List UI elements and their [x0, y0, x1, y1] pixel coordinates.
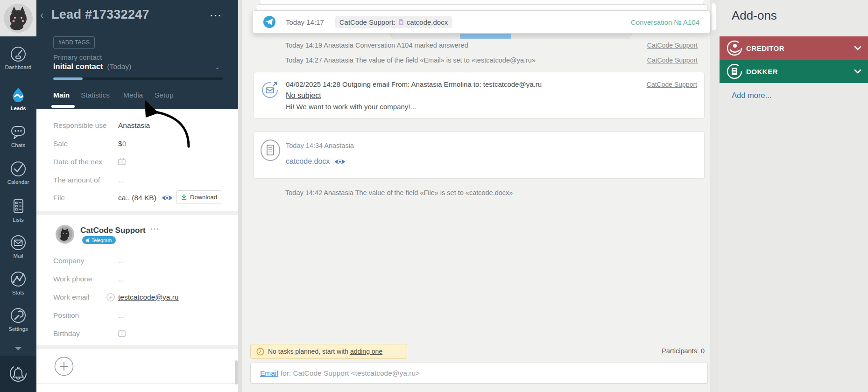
- email-subject-link[interactable]: No subject: [286, 91, 321, 100]
- sidebar-item-lists[interactable]: Lists: [0, 197, 36, 223]
- tab-setup[interactable]: Setup: [155, 91, 174, 99]
- cat-avatar-icon: [3, 3, 34, 34]
- sidebar-label: Stats: [0, 290, 36, 295]
- stage-caption: Primary contact: [53, 53, 102, 61]
- pinned-message-card[interactable]: Today 14:17 CatCode Support: catcode.doc…: [252, 10, 710, 34]
- app-root: Dashboard Leads Chats Cale: [0, 0, 868, 392]
- contact-menu-button[interactable]: ···: [150, 225, 160, 233]
- chevron-down-icon: [854, 69, 861, 74]
- field-label-amount: The amount of: [53, 176, 109, 184]
- email-event-card[interactable]: 04/02/2025 14:28 Outgoing email From: An…: [254, 72, 705, 119]
- panel-scrollbar[interactable]: [235, 360, 238, 385]
- sidebar-item-stats[interactable]: Stats: [0, 270, 36, 295]
- birthday-calendar-icon[interactable]: [118, 329, 126, 337]
- pinned-message-chip[interactable]: CatCode Support: catcode.docx: [335, 16, 452, 28]
- feed-event-text: Today 14:42 Anastasia The value of the f…: [285, 189, 513, 196]
- pinned-time: Today 14:17: [286, 18, 324, 26]
- field-label-birthday: Birthday: [53, 329, 109, 338]
- sidebar-label: Lists: [0, 217, 36, 223]
- add-more-link[interactable]: Add more...: [732, 91, 771, 100]
- stage-when: (Today): [107, 63, 132, 70]
- section-divider: [36, 345, 238, 349]
- addon-creditor[interactable]: CREDITOR: [720, 36, 868, 60]
- sidebar-item-mail[interactable]: Mail: [0, 234, 36, 259]
- feed-event-contact-link[interactable]: CatCode Support: [647, 56, 698, 64]
- contact-avatar[interactable]: [56, 225, 74, 244]
- stats-icon: [9, 270, 27, 288]
- pinned-file-name[interactable]: catcode.docx: [407, 18, 448, 26]
- add-email-icon[interactable]: [106, 293, 115, 301]
- sidebar-collapse-chevron-icon[interactable]: [15, 347, 21, 350]
- download-button[interactable]: Download: [176, 190, 221, 203]
- lead-panel: ‹ Lead #17332247 ··· #ADD TAGS Primary c…: [36, 0, 238, 392]
- field-label-next-date: Date of the nex: [53, 158, 109, 166]
- field-value-work-email[interactable]: testcatcode@ya.ru: [118, 293, 178, 301]
- composer-channel-link[interactable]: Email: [260, 369, 278, 378]
- file-view-eye-icon[interactable]: [334, 158, 346, 166]
- sidebar-label: Settings: [0, 326, 36, 332]
- file-card-link[interactable]: catcode.docx: [286, 157, 330, 166]
- sidebar-item-settings[interactable]: Settings: [0, 307, 36, 332]
- account-avatar[interactable]: [0, 0, 36, 36]
- document-circle-icon: [260, 139, 281, 162]
- tab-media[interactable]: Media: [123, 91, 143, 99]
- feed-scrollbar-thumb[interactable]: [711, 3, 716, 31]
- file-preview-eye-icon[interactable]: [162, 194, 173, 202]
- settings-icon: [9, 307, 27, 324]
- no-tasks-warning: No tasks planned, start with adding one: [250, 344, 407, 359]
- email-contact-link[interactable]: CatCode Support: [647, 81, 697, 88]
- addon-dokker[interactable]: DOKKER: [720, 60, 868, 83]
- feed-event-contact-link[interactable]: CatCode Support: [647, 42, 698, 49]
- adding-one-link[interactable]: adding one: [350, 348, 382, 355]
- active-tab-indicator: [51, 105, 75, 108]
- feed-event-text: Today 14:27 Anastasia The value of the f…: [285, 56, 536, 64]
- add-tags-button[interactable]: #ADD TAGS: [53, 36, 95, 49]
- feed-scrollbar-track: [710, 0, 719, 392]
- calendar-field-icon[interactable]: [118, 158, 126, 165]
- sidebar-item-leads[interactable]: Leads: [0, 87, 36, 111]
- feed-event-text: Today 14:19 Anastasia Conversation A104 …: [285, 42, 468, 49]
- leads-icon: [10, 87, 27, 104]
- lead-title: Lead #17332247: [51, 7, 149, 22]
- field-value-sale[interactable]: $0: [118, 140, 126, 148]
- field-value-work-phone[interactable]: ...: [118, 275, 124, 283]
- lists-icon: [10, 197, 27, 215]
- notifications-zone[interactable]: [0, 356, 36, 392]
- sidebar-label: Leads: [0, 105, 36, 111]
- telegram-badge[interactable]: Telegram: [82, 236, 116, 244]
- feed-left-edge: [238, 0, 242, 392]
- sidebar-label: Dashboard: [0, 64, 36, 70]
- lead-menu-button[interactable]: ···: [210, 10, 222, 21]
- email-body-preview: Hi! We want to work with your company!..…: [286, 103, 416, 111]
- field-label-work-phone: Work phone: [53, 275, 109, 283]
- stage-value: Initial contact: [53, 62, 103, 70]
- add-contact-button[interactable]: Add contact: [36, 349, 238, 384]
- stage-chevron-icon[interactable]: ⌄: [215, 63, 220, 70]
- message-composer[interactable]: Email for: CatCode Support <testcatcode@…: [250, 363, 708, 384]
- sidebar-item-chats[interactable]: Chats: [0, 124, 36, 148]
- sidebar-item-dashboard[interactable]: Dashboard: [0, 46, 36, 70]
- field-value-file[interactable]: ca.. (84 KB): [118, 194, 156, 202]
- addons-title: Add-ons: [732, 8, 777, 23]
- no-tasks-text: No tasks planned, start with adding one: [268, 348, 382, 355]
- lead-panel-header: ‹ Lead #17332247 ··· #ADD TAGS Primary c…: [36, 0, 238, 109]
- sidebar-item-calendar[interactable]: Calendar: [0, 161, 36, 185]
- back-button[interactable]: ‹: [40, 9, 43, 21]
- field-label-responsible: Responsible use: [53, 121, 109, 130]
- field-value-amount[interactable]: ...: [118, 176, 124, 184]
- field-value-company[interactable]: ...: [118, 257, 124, 265]
- contact-name[interactable]: CatCode Support: [80, 226, 146, 235]
- stage-selector[interactable]: Initial contact (Today): [53, 62, 131, 71]
- tab-statistics[interactable]: Statistics: [81, 91, 110, 99]
- field-label-sale: Sale: [53, 140, 109, 148]
- file-event-card[interactable]: Today 14:34 Anastasia catcode.docx: [254, 131, 705, 179]
- participants-count: Participants: 0: [662, 347, 705, 355]
- tab-main[interactable]: Main: [53, 91, 70, 99]
- field-value-responsible[interactable]: Anastasia: [118, 121, 150, 130]
- telegram-icon: [263, 16, 275, 28]
- telegram-plane-icon: [85, 238, 90, 243]
- stacked-card-middle: [256, 4, 708, 11]
- conversation-link[interactable]: Conversation № A104: [631, 18, 699, 26]
- field-value-position[interactable]: ...: [118, 311, 124, 320]
- field-label-file: File: [53, 194, 109, 202]
